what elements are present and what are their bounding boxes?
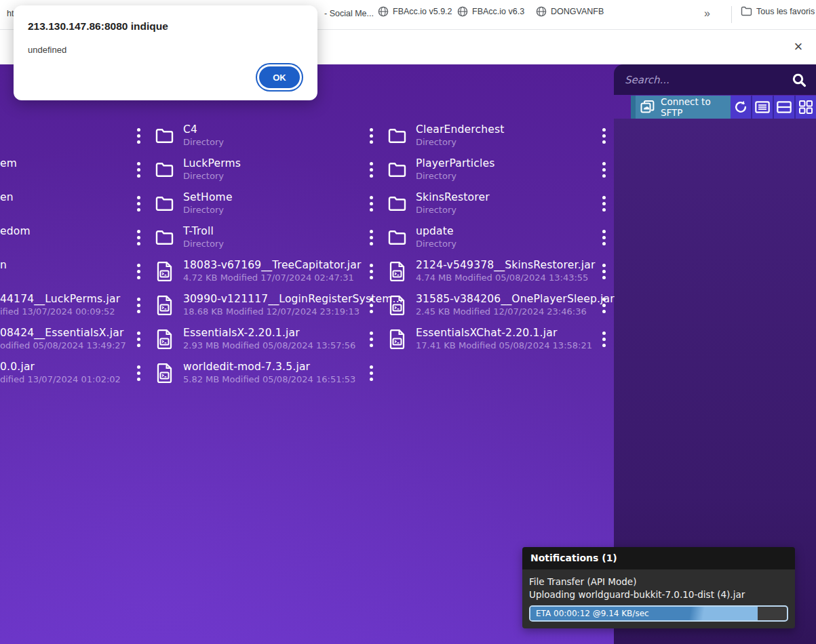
kebab-menu-icon[interactable] [369, 365, 373, 381]
file-name: en [0, 191, 14, 203]
notifications-panel: Notifications (1) File Transfer (API Mod… [522, 547, 795, 628]
kebab-menu-icon[interactable] [602, 196, 606, 212]
kebab-menu-icon[interactable] [136, 365, 140, 381]
all-favorites-button[interactable]: Tous les favoris [741, 6, 815, 16]
file-entry[interactable]: EssentialsXChat-2.20.1.jar17.41 KB Modif… [369, 325, 592, 353]
jar-file-icon [387, 329, 407, 349]
close-icon[interactable]: × [792, 40, 805, 54]
clipped-file-entry: 08424__EssentialsX.jarodified 05/08/2024… [0, 327, 126, 351]
file-subtitle: 2.45 KB Modified 12/07/2024 23:46:36 [416, 306, 615, 317]
search-bar [614, 64, 816, 95]
folder-icon [387, 162, 407, 178]
kebab-menu-icon[interactable] [369, 230, 373, 245]
jar-file-icon [387, 262, 407, 281]
globe-icon [378, 6, 389, 17]
directory-entry[interactable]: SkinsRestorerDirectory [369, 190, 490, 217]
list-view-button[interactable] [751, 96, 773, 119]
file-entry[interactable]: 31585-v384206__OnePlayerSleep.jar2.45 KB… [369, 291, 615, 319]
search-input[interactable] [614, 74, 788, 86]
directory-entry[interactable]: updateDirectory [369, 224, 456, 251]
bookmark-dongvanfb[interactable]: DONGVANFB [536, 6, 604, 17]
kebab-menu-icon[interactable] [136, 196, 140, 212]
kebab-menu-icon[interactable] [602, 230, 606, 245]
kebab-menu-icon[interactable] [369, 264, 373, 279]
directory-entry[interactable]: ClearEnderchestDirectory [369, 122, 505, 149]
alert-dialog-title: 213.130.147.86:8080 indique [28, 20, 168, 33]
file-name: SkinsRestorer [416, 191, 490, 203]
file-entry[interactable]: worldedit-mod-7.3.5.jar5.82 MB Modified … [136, 359, 355, 386]
grid-view-button[interactable] [794, 96, 816, 119]
directory-entry[interactable]: T-TrollDirectory [136, 224, 224, 251]
kebab-menu-icon[interactable] [136, 331, 140, 347]
bookmark-label: FBAcc.io v6.3 [472, 7, 524, 16]
kebab-menu-icon[interactable] [369, 298, 373, 313]
file-subtitle: Directory [183, 205, 233, 216]
folder-icon [741, 6, 752, 16]
alert-dialog: 213.130.147.86:8080 indique undefined OK [14, 5, 317, 100]
clipped-file-entry: edom [0, 225, 31, 237]
kebab-menu-icon[interactable] [136, 230, 140, 245]
kebab-menu-icon[interactable] [136, 264, 140, 279]
notification-item: File Transfer (API Mode) Uploading world… [522, 569, 795, 628]
bookmark-fbacc-592[interactable]: FBAcc.io v5.9.2 [378, 6, 452, 17]
file-subtitle: 4.74 MB Modified 05/08/2024 13:43:55 [416, 273, 596, 283]
file-entry[interactable]: 2124-v549378__SkinsRestorer.jar4.74 MB M… [369, 258, 596, 285]
file-subtitle: Directory [416, 239, 456, 249]
rows-view-button[interactable] [773, 96, 794, 119]
file-subtitle: odified 05/08/2024 13:49:27 [0, 340, 126, 351]
kebab-menu-icon[interactable] [602, 298, 606, 313]
hidden-column-entry [602, 258, 606, 285]
file-subtitle: Directory [416, 137, 505, 148]
globe-icon [457, 6, 468, 17]
kebab-menu-icon[interactable] [602, 128, 606, 144]
kebab-menu-icon[interactable] [136, 162, 140, 178]
kebab-menu-icon[interactable] [369, 128, 373, 144]
directory-entry[interactable]: LuckPermsDirectory [136, 156, 241, 183]
kebab-menu-icon[interactable] [136, 128, 140, 144]
bookmarks-overflow-chevron[interactable]: » [704, 7, 710, 20]
file-subtitle: ified 13/07/2024 00:09:52 [0, 306, 120, 317]
kebab-menu-icon[interactable] [602, 264, 606, 279]
ok-button[interactable]: OK [259, 66, 300, 88]
refresh-button[interactable] [731, 96, 751, 119]
file-name: 18083-v67169__TreeCapitator.jar [183, 259, 362, 271]
upload-progress-bar: ETA 00:00:12 @9.14 KB/sec [529, 605, 788, 622]
file-name: update [416, 225, 456, 237]
search-icon[interactable] [792, 73, 807, 87]
file-name: PlayerParticles [416, 157, 495, 169]
kebab-menu-icon[interactable] [602, 162, 606, 178]
folder-icon [387, 230, 407, 245]
hidden-column-entry [602, 156, 606, 183]
file-name: 31585-v384206__OnePlayerSleep.jar [416, 293, 615, 305]
file-name: C4 [183, 123, 224, 136]
directory-entry[interactable]: SetHomeDirectory [136, 190, 233, 217]
file-name: em [0, 157, 17, 169]
file-name: EssentialsX-2.20.1.jar [183, 327, 355, 339]
file-subtitle: Directory [183, 137, 224, 148]
file-name: EssentialsXChat-2.20.1.jar [416, 327, 592, 339]
file-entry[interactable]: 30990-v121117__LoginRegisterSystem...18.… [136, 291, 403, 319]
kebab-menu-icon[interactable] [369, 196, 373, 212]
file-name: n [0, 259, 7, 271]
kebab-menu-icon[interactable] [369, 331, 373, 347]
bookmark-fbacc-63[interactable]: FBAcc.io v6.3 [457, 6, 524, 17]
notification-line-1: File Transfer (API Mode) [529, 576, 788, 588]
folder-icon [387, 128, 407, 144]
hidden-column-entry [369, 359, 373, 386]
kebab-menu-icon[interactable] [136, 298, 140, 313]
kebab-menu-icon[interactable] [602, 331, 606, 347]
file-name: SetHome [183, 191, 233, 203]
file-entry[interactable]: EssentialsX-2.20.1.jar2.93 MB Modified 0… [136, 325, 355, 353]
connect-to-sftp-button[interactable]: Connect to SFTP [631, 96, 731, 119]
file-name: 08424__EssentialsX.jar [0, 327, 126, 339]
directory-entry[interactable]: PlayerParticlesDirectory [369, 156, 495, 183]
jar-file-icon [154, 296, 174, 315]
hidden-column-entry [602, 325, 606, 353]
bookmark-social[interactable]: - Social Me... [324, 9, 374, 18]
bookmarks-divider [731, 6, 732, 23]
kebab-menu-icon[interactable] [369, 162, 373, 178]
jar-file-icon [154, 329, 174, 349]
directory-entry[interactable]: C4Directory [136, 122, 224, 149]
hidden-column-entry [602, 190, 606, 217]
file-entry[interactable]: 18083-v67169__TreeCapitator.jar4.72 KB M… [136, 258, 362, 285]
